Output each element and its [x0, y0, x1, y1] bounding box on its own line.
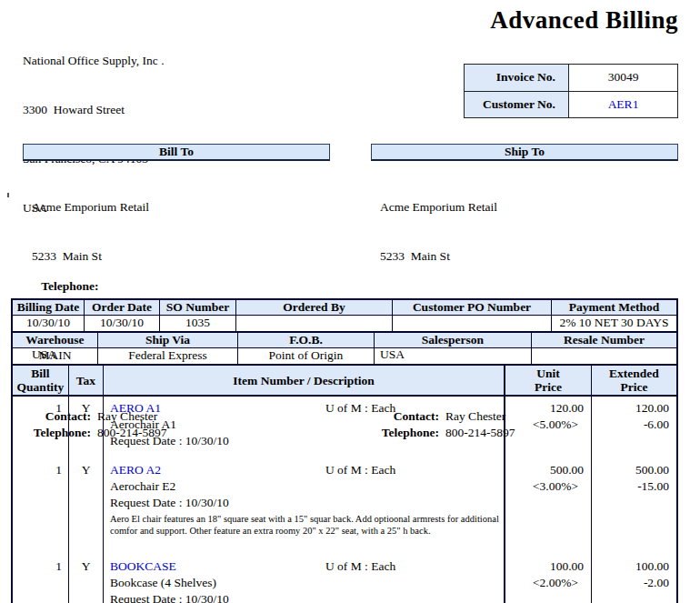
page-title: Advanced Billing [490, 6, 678, 35]
item-desc-line: Aerochair E2 [110, 478, 504, 495]
value-payment-method: 2% 10 NET 30 DAYS [552, 316, 676, 331]
header-tax: Tax [69, 366, 104, 395]
item-extended-price-cell: 500.00 -15.00 [592, 458, 676, 555]
value-salesperson [375, 348, 532, 364]
header-extended-price: ExtendedPrice [592, 366, 676, 395]
item-extended-price-cell: 120.00 -6.00 [592, 397, 676, 458]
header-bill-quantity: BillQuantity [13, 366, 69, 395]
header-payment-method: Payment Method [552, 300, 676, 316]
item-unit-price-cell: 100.00 <2.00%> [505, 555, 592, 603]
customer-no-row: Customer No. AER1 [465, 91, 677, 117]
value-ordered-by [236, 316, 393, 331]
header-ordered-by: Ordered By [236, 300, 393, 316]
header-so-number: SO Number [160, 300, 236, 316]
item-description-cell: BOOKCASE U of M : Each Bookcase (4 Shelv… [104, 555, 505, 603]
value-resale-number [532, 348, 676, 364]
header-unit-price: UnitPrice [505, 366, 592, 395]
header-customer-po: Customer PO Number [393, 300, 552, 316]
value-fob: Point of Origin [238, 348, 375, 364]
item-number-link[interactable]: BOOKCASE [110, 558, 325, 575]
ship-to-address1: 5233 Main St [380, 248, 678, 265]
value-warehouse: MAIN [13, 348, 98, 364]
item-request-date: Request Date : 10/30/10 [110, 495, 504, 511]
invoice-detail-table: Billing Date Order Date SO Number Ordere… [11, 298, 678, 603]
item-uom: U of M : Each [325, 462, 395, 478]
header-order-date: Order Date [85, 300, 160, 316]
item-uom: U of M : Each [325, 558, 395, 575]
company-address-line1: 3300 Howard Street [23, 102, 165, 118]
item-desc-line: Bookcase (4 Shelves) [110, 575, 504, 591]
company-name: National Office Supply, Inc . [23, 53, 165, 69]
item-long-description: Aero El chair features an 18" square sea… [110, 513, 503, 537]
item-qty: 1 [13, 458, 69, 555]
item-table-body: 1 Y AERO A1 U of M : Each Aerochair A1 R… [11, 397, 678, 603]
ship-to-name: Acme Emporium Retail [380, 199, 678, 216]
header-item-description: Item Number / Description [104, 366, 505, 395]
item-number-link[interactable]: AERO A2 [110, 462, 325, 478]
item-description-cell: AERO A1 U of M : Each Aerochair A1 Reque… [104, 397, 505, 458]
info-grid-1: Billing Date Order Date SO Number Ordere… [11, 298, 678, 331]
bill-to-name: Acme Emporium Retail [32, 199, 330, 216]
value-so-number: 1035 [160, 316, 236, 331]
bill-to-header: Bill To [23, 144, 330, 161]
item-unit-price-cell: 120.00 <5.00%> [505, 397, 592, 458]
item-request-date: Request Date : 10/30/10 [110, 433, 504, 449]
header-billing-date: Billing Date [13, 300, 85, 316]
invoice-no-label: Invoice No. [465, 65, 569, 91]
item-request-date: Request Date : 10/30/10 [110, 591, 504, 603]
value-customer-po [393, 316, 552, 331]
invoice-no-row: Invoice No. 30049 [465, 65, 677, 91]
item-extended-price-cell: 100.00 -2.00 [592, 555, 676, 603]
value-billing-date: 10/30/10 [13, 316, 85, 331]
header-fob: F.O.B. [238, 333, 375, 348]
item-number-link[interactable]: AERO A1 [110, 400, 325, 417]
item-description-cell: AERO A2 U of M : Each Aerochair E2 Reque… [104, 458, 505, 555]
header-resale-number: Resale Number [532, 333, 676, 348]
invoice-meta-table: Invoice No. 30049 Customer No. AER1 [464, 64, 678, 118]
item-table-header: BillQuantity Tax Item Number / Descripti… [11, 364, 678, 397]
customer-no-link[interactable]: AER1 [569, 92, 677, 117]
invoice-page: National Office Supply, Inc . 3300 Howar… [0, 0, 700, 603]
stray-mark [7, 193, 9, 197]
info-grid-2: Warehouse Ship Via F.O.B. Salesperson Re… [11, 331, 678, 364]
bill-to-address1: 5233 Main St [32, 248, 330, 265]
header-warehouse: Warehouse [13, 333, 98, 348]
item-tax: Y [69, 397, 104, 458]
item-unit-price-cell: 500.00 <3.00%> [505, 458, 592, 555]
customer-no-label: Customer No. [465, 92, 569, 117]
item-qty: 1 [13, 555, 69, 603]
header-ship-via: Ship Via [98, 333, 238, 348]
header-salesperson: Salesperson [375, 333, 532, 348]
value-ship-via: Federal Express [98, 348, 238, 364]
item-tax: Y [69, 458, 104, 555]
item-uom: U of M : Each [325, 400, 395, 417]
item-tax: Y [69, 555, 104, 603]
item-desc-line: Aerochair A1 [110, 417, 504, 433]
value-order-date: 10/30/10 [85, 316, 160, 331]
invoice-no-value: 30049 [569, 65, 677, 91]
ship-to-header: Ship To [371, 144, 678, 161]
item-qty: 1 [13, 397, 69, 458]
